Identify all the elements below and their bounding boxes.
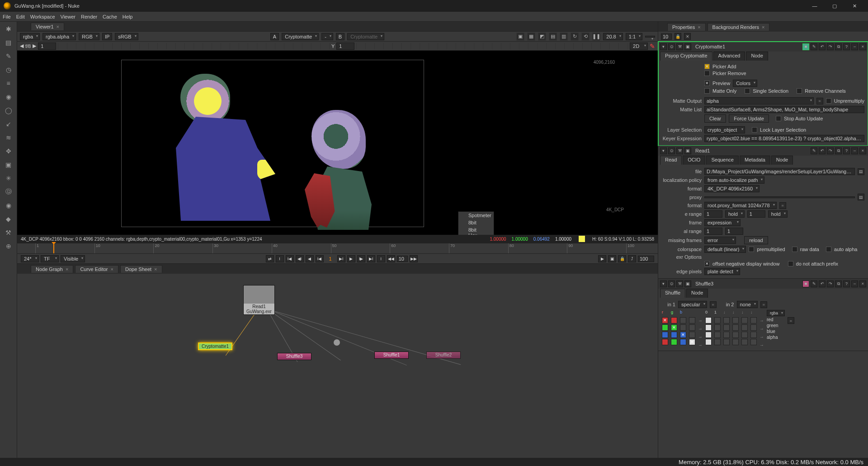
stop-auto-check[interactable] bbox=[776, 116, 781, 121]
move-tool-icon[interactable]: ✥ bbox=[4, 147, 13, 156]
edit-tool-icon[interactable]: ✎ bbox=[4, 52, 13, 61]
keyer-field[interactable]: rypto_object02.blue == 8.0895413911e-23)… bbox=[704, 135, 864, 142]
ptab-metadata[interactable]: Metadata bbox=[740, 156, 770, 165]
sync-icon[interactable]: ⇄ bbox=[266, 255, 274, 262]
in2-dropdown[interactable]: none bbox=[737, 301, 758, 308]
min-icon[interactable]: – bbox=[851, 147, 858, 154]
eye-tool-icon[interactable]: ◉ bbox=[4, 201, 13, 210]
timeline[interactable]: 1 10 20 30 40 50 60 70 80 90 100 bbox=[17, 243, 658, 254]
arrow-tool-icon[interactable]: ↙ bbox=[4, 119, 13, 128]
reload-icon[interactable]: ⟲ bbox=[581, 33, 590, 41]
lock-icon[interactable]: 🔒 bbox=[675, 33, 681, 40]
pixel-readout-menu[interactable]: Spotmeter 8bit 8bit Hex log ✕HSVL None bbox=[458, 211, 494, 235]
matte-only-check[interactable] bbox=[704, 88, 710, 94]
circle-tool-icon[interactable]: ◯ bbox=[4, 106, 13, 115]
tab-properties[interactable]: Properties× bbox=[667, 23, 706, 31]
edit-icon[interactable]: ✎ bbox=[811, 147, 817, 154]
end-frame[interactable]: 100 bbox=[638, 256, 654, 262]
orig-last[interactable]: 1 bbox=[725, 228, 743, 235]
edit-icon[interactable]: ✎ bbox=[811, 281, 817, 287]
cube-tool-icon[interactable]: ▣ bbox=[4, 160, 13, 169]
edit-icon[interactable]: ✎ bbox=[811, 43, 817, 50]
viewer-canvas[interactable]: 4096,2160 4K_DCP Spotmeter 8bit 8bit Hex… bbox=[17, 51, 658, 235]
file-field[interactable]: D:/Maya_Project/GuWang/images/renderSetu… bbox=[704, 168, 855, 175]
offset-check[interactable] bbox=[704, 261, 710, 266]
ptab-ocio[interactable]: OCIO bbox=[683, 156, 705, 165]
extra-dropdown[interactable] bbox=[645, 36, 655, 38]
proxy-field[interactable] bbox=[704, 196, 855, 198]
frame-last[interactable]: 1 bbox=[747, 210, 765, 218]
close-icon[interactable]: × bbox=[154, 266, 157, 272]
skip-fwd-button[interactable]: ▶I bbox=[367, 255, 375, 262]
menu-edit[interactable]: Edit bbox=[16, 14, 25, 19]
collapse-icon[interactable]: ▾ bbox=[660, 43, 667, 50]
fps-field[interactable]: 20.8 bbox=[603, 33, 623, 40]
play-back-button[interactable]: ◀I bbox=[296, 255, 304, 262]
redo-icon[interactable]: ↷ bbox=[827, 281, 834, 287]
collapse-icon[interactable]: ▾ bbox=[660, 147, 667, 154]
help-icon[interactable]: ? bbox=[843, 147, 850, 154]
first-frame-button[interactable]: I bbox=[276, 255, 284, 262]
d-tool-icon[interactable]: Ⓓ bbox=[4, 187, 13, 196]
menu-8bit-hex[interactable]: 8bit Hex bbox=[458, 226, 494, 235]
fstop-label[interactable]: f/8 bbox=[25, 43, 31, 49]
file-browser-icon[interactable]: ▤ bbox=[858, 194, 864, 200]
y-ruler[interactable] bbox=[356, 43, 628, 49]
center-icon[interactable]: ⊙ bbox=[668, 281, 675, 287]
tab-viewer1[interactable]: Viewer1 × bbox=[31, 23, 64, 30]
viewer-icon[interactable]: ▥ bbox=[560, 33, 568, 41]
viewer-icon[interactable]: ▣ bbox=[516, 33, 524, 41]
viewer-icon[interactable]: ◩ bbox=[538, 33, 546, 41]
list-tool-icon[interactable]: ≡ bbox=[4, 79, 13, 88]
play-button[interactable]: I▶ bbox=[357, 255, 365, 262]
menu-cache[interactable]: Cache bbox=[103, 14, 117, 19]
ptab-read[interactable]: Read bbox=[660, 156, 682, 165]
color-swatch[interactable]: ■ bbox=[802, 43, 809, 50]
node-cryptomatte1[interactable]: Cryptomatte1 bbox=[198, 342, 232, 350]
close-panel-icon[interactable]: × bbox=[859, 43, 866, 50]
node-graph[interactable]: Read1 GuWang.exr Cryptomatte1 Shuffle3 S… bbox=[17, 274, 658, 458]
shuffle-matrix[interactable]: r g b →→→→ bbox=[662, 310, 864, 349]
layer-dropdown[interactable]: rgba bbox=[20, 33, 40, 40]
globe-tool-icon[interactable]: ◉ bbox=[4, 92, 13, 101]
roi-icon[interactable]: ✎ bbox=[650, 43, 655, 50]
node-read1[interactable]: Read1 GuWang.exr bbox=[243, 285, 275, 315]
save-icon[interactable]: ▣ bbox=[608, 255, 616, 262]
min-icon[interactable]: – bbox=[851, 43, 858, 50]
time-tool-icon[interactable]: ◷ bbox=[4, 65, 13, 74]
force-update-button[interactable]: Force Update bbox=[729, 114, 769, 123]
menu-8bit[interactable]: 8bit bbox=[458, 219, 494, 226]
jump-back-button[interactable]: ◀◀ bbox=[387, 255, 395, 262]
localization-dropdown[interactable]: from auto-localize path bbox=[704, 176, 764, 184]
out-dropdown[interactable]: rgba bbox=[767, 310, 785, 316]
matte-output-dropdown[interactable]: alpha bbox=[704, 97, 814, 105]
link-icon[interactable]: = bbox=[816, 98, 823, 105]
close-panel-icon[interactable]: × bbox=[859, 147, 866, 154]
tf-dropdown[interactable]: TF bbox=[41, 255, 59, 262]
link-icon[interactable]: = bbox=[710, 301, 717, 308]
edge-dropdown[interactable]: plate detect bbox=[704, 268, 740, 275]
reload-button[interactable]: reload bbox=[744, 236, 768, 244]
center-icon[interactable]: ⊙ bbox=[668, 147, 675, 154]
ptab-advanced[interactable]: Advanced bbox=[713, 52, 745, 61]
float-icon[interactable]: ⧉ bbox=[835, 43, 842, 50]
wrench-icon[interactable]: ⚒ bbox=[676, 281, 683, 287]
preview-check[interactable] bbox=[704, 81, 710, 86]
next-icon[interactable]: ▶ bbox=[33, 43, 36, 49]
matte-list-field[interactable]: aiStandardSurface8, Arms2Shape, MuO_Mat,… bbox=[704, 106, 864, 113]
wrench-tool-icon[interactable]: ⚒ bbox=[4, 228, 13, 237]
dot-node[interactable] bbox=[334, 339, 340, 346]
menu-workspace[interactable]: Workspace bbox=[30, 14, 55, 19]
layers-tool-icon[interactable]: ≋ bbox=[4, 133, 13, 142]
premult-check[interactable] bbox=[749, 247, 754, 252]
node-icon[interactable]: ▣ bbox=[684, 281, 691, 287]
viewer-icon[interactable]: ▦ bbox=[527, 33, 535, 41]
node-icon[interactable]: ▣ bbox=[684, 43, 691, 50]
center-icon[interactable]: ⊙ bbox=[668, 43, 675, 50]
menu-help[interactable]: Help bbox=[123, 14, 133, 19]
single-sel-check[interactable] bbox=[745, 88, 750, 94]
colorspace-dropdown[interactable]: default (linear) bbox=[704, 246, 746, 253]
in1-dropdown[interactable]: specular bbox=[678, 301, 707, 308]
node-icon[interactable]: ▣ bbox=[684, 147, 691, 154]
link-icon[interactable]: = bbox=[779, 202, 786, 209]
